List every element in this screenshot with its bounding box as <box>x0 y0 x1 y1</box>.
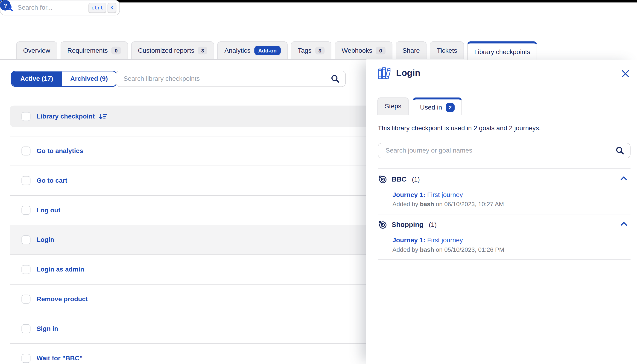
checkpoint-search <box>116 71 346 87</box>
goal-count: (1) <box>412 176 420 183</box>
tab-label: Webhooks <box>342 47 372 54</box>
global-search: ctrl K <box>0 0 120 16</box>
checkpoint-name[interactable]: Sign in <box>37 325 58 332</box>
journey-search <box>378 143 630 158</box>
journey-meta: Added by bash on 05/10/2023, 01:26 PM <box>392 246 630 253</box>
tab-label: Customized reports <box>138 47 194 54</box>
checkpoint-search-input[interactable] <box>123 75 331 83</box>
usage-groups: BBC (1) Journey 1: First journey Added b… <box>378 168 630 260</box>
goal-group-body: Journey 1: First journey Added by bash o… <box>392 191 630 208</box>
archived-filter-button[interactable]: Archived (9) <box>62 71 116 86</box>
help-button[interactable]: ? <box>0 0 11 10</box>
tab-library-checkpoints[interactable]: Library checkpoints <box>467 42 537 60</box>
used-in-count-badge: 2 <box>446 103 455 112</box>
checkpoint-name[interactable]: Login <box>37 236 54 244</box>
journey-link[interactable]: Journey 1: First journey <box>392 236 630 244</box>
added-prefix: Added by <box>392 246 418 253</box>
tab-label: Share <box>402 47 420 54</box>
tab-label: Steps <box>385 102 401 110</box>
tab-overview[interactable]: Overview <box>16 42 57 59</box>
row-checkbox[interactable] <box>22 324 31 333</box>
tab-label: Used in <box>420 104 442 111</box>
checkpoint-name[interactable]: Remove product <box>37 296 88 303</box>
tab-label: Analytics <box>224 47 250 54</box>
tab-analytics[interactable]: AnalyticsAdd-on <box>218 42 288 59</box>
count-badge: 0 <box>376 47 385 54</box>
tab-customized-reports[interactable]: Customized reports3 <box>131 42 214 59</box>
addon-badge: Add-on <box>254 46 281 55</box>
journey-label: Journey 1: <box>392 236 425 244</box>
journey-link[interactable]: Journey 1: First journey <box>392 191 630 198</box>
close-icon[interactable] <box>621 70 630 78</box>
tab-label: Requirements <box>67 47 108 54</box>
tab-label: Tickets <box>437 47 457 54</box>
list-header-label[interactable]: Library checkpoint <box>37 113 95 120</box>
chevron-up-icon[interactable] <box>620 222 627 226</box>
drawer-title: Login <box>396 68 421 78</box>
goal-group-shopping[interactable]: Shopping (1) <box>378 214 630 229</box>
filter-segmented-control: Active (17) Archived (9) <box>11 71 117 87</box>
checkpoint-name[interactable]: Wait for "BBC" <box>37 355 83 362</box>
row-checkbox[interactable] <box>22 295 31 304</box>
row-checkbox[interactable] <box>22 176 31 185</box>
row-checkbox[interactable] <box>22 206 31 215</box>
goal-target-icon <box>378 175 387 184</box>
tab-label: Tags <box>298 47 311 54</box>
tab-steps[interactable]: Steps <box>378 97 409 115</box>
added-user: bash <box>420 246 434 253</box>
library-books-icon <box>378 66 391 80</box>
count-badge: 0 <box>112 47 121 54</box>
checkpoint-name[interactable]: Login as admin <box>37 266 84 273</box>
checkpoint-name[interactable]: Log out <box>37 206 60 214</box>
drawer-header: Login <box>378 66 421 80</box>
count-badge: 3 <box>198 47 207 54</box>
usage-description: This library checkpoint is used in 2 goa… <box>378 125 541 132</box>
row-checkbox[interactable] <box>22 354 31 363</box>
journey-name: First journey <box>427 191 463 198</box>
count-badge: 3 <box>315 47 325 54</box>
goal-count: (1) <box>429 221 437 228</box>
goal-group-bbc[interactable]: BBC (1) <box>378 169 630 184</box>
goal-target-icon <box>378 220 387 230</box>
added-date: on 05/10/2023, 01:26 PM <box>436 246 504 253</box>
shortcut-key-ctrl: ctrl <box>88 3 106 12</box>
app-window: Project dashboard Library Checkpoints De… <box>0 0 637 364</box>
checkpoint-name[interactable]: Go to cart <box>37 177 67 184</box>
tab-tags[interactable]: Tags3 <box>291 42 332 59</box>
sort-descending-icon[interactable] <box>99 113 107 120</box>
checkpoint-name[interactable]: Go to analytics <box>37 147 83 154</box>
tab-label: Overview <box>23 47 51 54</box>
tab-label: Library checkpoints <box>474 48 530 56</box>
goal-group-body: Journey 1: First journey Added by bash o… <box>392 236 630 253</box>
tab-webhooks[interactable]: Webhooks0 <box>335 42 392 59</box>
added-prefix: Added by <box>392 200 418 207</box>
checkpoint-detail-drawer: Login Steps Used in 2 This library check… <box>366 60 637 364</box>
tab-tickets[interactable]: Tickets <box>430 42 464 59</box>
tab-share[interactable]: Share <box>395 42 427 59</box>
chevron-up-icon[interactable] <box>620 176 627 180</box>
added-user: bash <box>420 200 434 207</box>
journey-meta: Added by bash on 06/10/2023, 10:27 AM <box>392 200 630 207</box>
search-icon[interactable] <box>615 146 624 155</box>
tabbar: Overview Requirements0 Customized report… <box>0 42 637 60</box>
row-checkbox[interactable] <box>22 146 31 156</box>
goal-name: BBC <box>392 175 407 183</box>
tab-used-in[interactable]: Used in 2 <box>413 97 462 115</box>
row-checkbox[interactable] <box>22 236 31 244</box>
journey-search-input[interactable] <box>385 146 615 154</box>
search-icon[interactable] <box>331 74 340 83</box>
row-checkbox[interactable] <box>22 265 31 274</box>
shortcut-key-k: K <box>108 3 116 12</box>
active-filter-button[interactable]: Active (17) <box>12 71 62 86</box>
journey-name: First journey <box>427 236 463 244</box>
added-date: on 06/10/2023, 10:27 AM <box>436 200 504 207</box>
journey-label: Journey 1: <box>392 191 425 198</box>
panel-tabs: Steps Used in 2 <box>378 97 462 115</box>
tab-requirements[interactable]: Requirements0 <box>60 42 128 59</box>
goal-name: Shopping <box>392 221 424 229</box>
group-divider <box>378 259 630 260</box>
global-search-input[interactable] <box>17 4 87 12</box>
select-all-checkbox[interactable] <box>22 112 31 121</box>
